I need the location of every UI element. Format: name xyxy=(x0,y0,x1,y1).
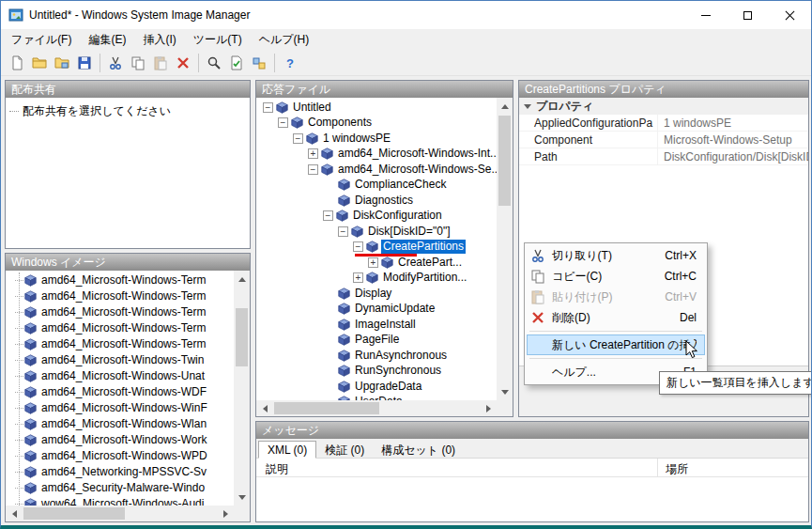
property-category-row[interactable]: プロパティ xyxy=(519,98,808,115)
tree-node[interactable]: −Untitled xyxy=(257,100,497,116)
tree-node[interactable]: −Components xyxy=(257,116,497,132)
context-menu-item[interactable]: 削除(D)Del xyxy=(527,307,705,328)
windows-image-node[interactable]: amd64_Microsoft-Windows-Twin xyxy=(8,352,234,368)
delete-icon xyxy=(176,55,191,70)
tree-node[interactable]: UpgradeData xyxy=(257,379,497,395)
vertical-scrollbar[interactable] xyxy=(234,271,250,506)
tree-node[interactable]: −1 windowsPE xyxy=(257,131,497,147)
expander-minus-icon[interactable]: − xyxy=(353,241,363,252)
expander-minus-icon[interactable]: − xyxy=(308,164,318,175)
windows-image-node[interactable]: amd64_Microsoft-Windows-WinF xyxy=(8,400,234,416)
context-menu-item[interactable]: 貼り付け(P)Ctrl+V xyxy=(527,287,705,307)
open-answer-file-button[interactable] xyxy=(28,53,51,73)
tree-node[interactable]: +amd64_Microsoft-Windows-Int... xyxy=(257,147,497,163)
menubar-item-insert[interactable]: 挿入(I) xyxy=(134,29,184,50)
expander-minus-icon[interactable]: − xyxy=(338,226,348,237)
tree-node[interactable]: +CreatePart... xyxy=(257,255,497,271)
scrollbar-thumb[interactable] xyxy=(274,402,379,414)
tree-node-label: amd64_Microsoft-Windows-Int... xyxy=(336,147,497,161)
new-file-button[interactable] xyxy=(6,53,28,73)
windows-image-node[interactable]: amd64_Security-Malware-Windo xyxy=(8,480,234,496)
open-windows-image-button[interactable] xyxy=(51,53,73,73)
windows-image-node[interactable]: amd64_Networking-MPSSVC-Sv xyxy=(8,464,234,480)
expander-plus-icon[interactable]: + xyxy=(353,272,363,283)
column-header[interactable]: 説明 xyxy=(256,459,658,476)
create-config-set-button[interactable] xyxy=(248,53,270,73)
windows-image-node[interactable]: amd64_Microsoft-Windows-WDF xyxy=(8,384,234,400)
scroll-down-button[interactable] xyxy=(497,384,513,400)
tree-node[interactable]: Diagnostics xyxy=(257,193,497,209)
windows-image-node[interactable]: wow64_Microsoft-Windows-Audi xyxy=(8,496,234,506)
tab-config-set[interactable]: 構成セット (0) xyxy=(373,441,464,458)
close-button[interactable] xyxy=(769,1,811,29)
validate-button[interactable] xyxy=(225,53,248,73)
tree-node[interactable]: ImageInstall xyxy=(257,317,497,333)
maximize-button[interactable] xyxy=(727,1,769,29)
tooltip: 新しい一覧項目を挿入します xyxy=(659,371,812,395)
menubar-item-help[interactable]: ヘルプ(H) xyxy=(251,29,318,50)
horizontal-scrollbar[interactable] xyxy=(256,400,497,416)
tree-node-label: amd64_Security-Malware-Windo xyxy=(39,481,207,495)
expander-plus-icon[interactable]: + xyxy=(308,148,318,159)
tree-node[interactable]: −DiskConfiguration xyxy=(257,209,497,225)
tree-node[interactable]: Display xyxy=(257,286,497,302)
context-menu-item[interactable]: 切り取り(T)Ctrl+X xyxy=(527,245,705,266)
menubar-item-edit[interactable]: 編集(E) xyxy=(80,29,134,50)
delete-button[interactable] xyxy=(172,53,194,73)
tree-node[interactable]: PageFile xyxy=(257,333,497,349)
expander-plus-icon[interactable]: + xyxy=(368,257,378,268)
windows-image-node[interactable]: amd64_Microsoft-Windows-Term xyxy=(8,304,234,320)
column-header[interactable]: 場所 xyxy=(658,459,808,476)
tree-node[interactable]: DynamicUpdate xyxy=(257,302,497,318)
expander-minus-icon[interactable]: − xyxy=(263,102,273,113)
windows-image-node[interactable]: amd64_Microsoft-Windows-Term xyxy=(8,336,234,352)
windows-image-node[interactable]: amd64_Microsoft-Windows-Work xyxy=(8,432,234,448)
context-menu-item[interactable]: 新しい CreatePartition の挿入(N) xyxy=(527,335,705,355)
expander-minus-icon[interactable]: − xyxy=(293,133,303,144)
scroll-right-button[interactable] xyxy=(481,400,497,416)
tab-validation[interactable]: 検証 (0) xyxy=(316,441,373,458)
scrollbar-thumb[interactable] xyxy=(498,116,511,206)
save-button[interactable] xyxy=(73,53,96,73)
cut-button[interactable] xyxy=(104,53,127,73)
context-menu-item[interactable]: コピー(C)Ctrl+C xyxy=(527,266,705,287)
menubar-item-file[interactable]: ファイル(F) xyxy=(3,29,80,50)
cube-icon xyxy=(24,290,37,303)
menubar-item-tools[interactable]: ツール(T) xyxy=(185,29,251,50)
tree-node[interactable]: −amd64_Microsoft-Windows-Se... xyxy=(257,162,497,178)
tree-node[interactable]: −CreatePartitions xyxy=(257,240,497,256)
scroll-left-button[interactable] xyxy=(256,400,272,416)
copy-button[interactable] xyxy=(127,53,149,73)
scrollbar-thumb[interactable] xyxy=(23,507,125,520)
windows-image-node[interactable]: amd64_Microsoft-Windows-Term xyxy=(8,272,234,288)
tree-node[interactable]: ComplianceCheck xyxy=(257,178,497,194)
scroll-down-button[interactable] xyxy=(234,490,250,506)
tree-node[interactable]: +ModifyPartition... xyxy=(257,271,497,287)
cube-icon xyxy=(24,498,37,506)
vertical-scrollbar[interactable] xyxy=(497,98,513,400)
paste-button[interactable] xyxy=(149,53,172,73)
tree-node-label: Disk[DiskID="0"] xyxy=(366,225,452,239)
scroll-up-button[interactable] xyxy=(497,98,513,114)
windows-image-node[interactable]: amd64_Microsoft-Windows-Term xyxy=(8,288,234,304)
windows-image-node[interactable]: amd64_Microsoft-Windows-Wlan xyxy=(8,416,234,432)
scroll-left-button[interactable] xyxy=(6,506,22,521)
windows-image-node[interactable]: amd64_Microsoft-Windows-WPD xyxy=(8,448,234,464)
tree-node[interactable]: RunAsynchronous xyxy=(257,348,497,364)
scrollbar-thumb[interactable] xyxy=(236,308,248,366)
windows-image-node[interactable]: amd64_Microsoft-Windows-Unat xyxy=(8,368,234,384)
scroll-right-button[interactable] xyxy=(218,506,234,521)
tab-xml[interactable]: XML (0) xyxy=(258,441,316,459)
tree-node[interactable]: −Disk[DiskID="0"] xyxy=(257,224,497,240)
horizontal-scrollbar[interactable] xyxy=(6,506,234,521)
tree-node-label: amd64_Microsoft-Windows-Term xyxy=(39,337,207,351)
answer-file-tree: −Untitled−Components−1 windowsPE+amd64_M… xyxy=(257,100,497,416)
find-button[interactable] xyxy=(203,53,225,73)
expander-minus-icon[interactable]: − xyxy=(278,117,288,128)
scroll-up-button[interactable] xyxy=(234,271,250,287)
windows-image-node[interactable]: amd64_Microsoft-Windows-Term xyxy=(8,320,234,336)
help-button[interactable]: ? xyxy=(279,53,301,73)
expander-minus-icon[interactable]: − xyxy=(323,210,333,221)
tree-node[interactable]: RunSynchronous xyxy=(257,364,497,380)
minimize-button[interactable] xyxy=(684,1,727,29)
